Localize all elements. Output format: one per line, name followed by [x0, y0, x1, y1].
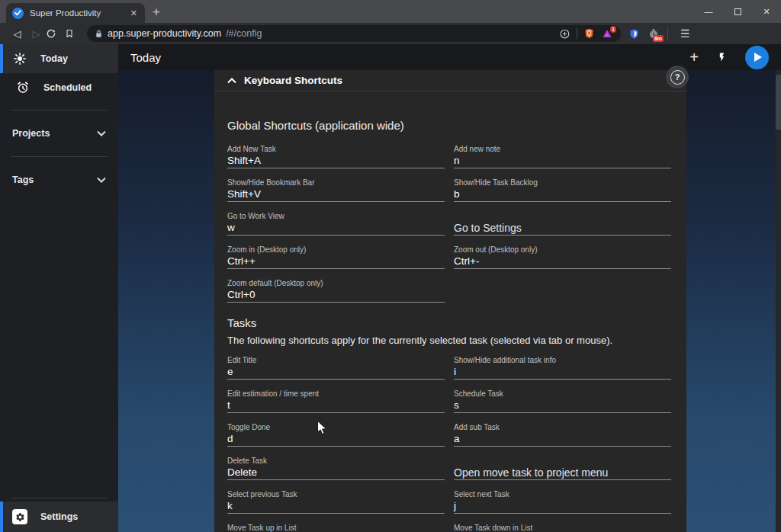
- browser-toolbar: ◁ ▷ app.super-productivity.com/#/config …: [0, 23, 781, 44]
- shield-extension-icon[interactable]: [628, 27, 640, 40]
- shortcut-field[interactable]: Add sub Taska: [454, 420, 671, 453]
- add-task-button[interactable]: +: [689, 50, 699, 65]
- shortcut-field[interactable]: Zoom in (Desktop only)Ctrl++: [227, 242, 445, 276]
- extensions-area: 8m ☰: [628, 27, 698, 40]
- shortcut-value-input[interactable]: i: [454, 365, 671, 380]
- window-maximize-button[interactable]: [723, 8, 752, 15]
- lock-icon: [95, 29, 103, 39]
- shortcut-value-input[interactable]: n: [454, 154, 671, 168]
- chevron-down-icon: [97, 177, 106, 183]
- browser-tab[interactable]: Super Productivity ✕: [6, 3, 145, 23]
- menu-icon[interactable]: ☰: [676, 27, 695, 40]
- rewards-badge: 1: [610, 26, 616, 33]
- shortcut-field[interactable]: Show/Hide Task Backlogb: [454, 175, 671, 209]
- shortcut-field[interactable]: Add new noten: [454, 142, 671, 175]
- sidebar-item-settings[interactable]: Settings: [0, 502, 118, 532]
- help-button[interactable]: ?: [666, 66, 689, 88]
- shortcut-value-input[interactable]: a: [454, 432, 671, 447]
- shortcut-label: Schedule Task: [454, 386, 671, 399]
- shortcut-field[interactable]: Schedule Tasks: [454, 386, 671, 420]
- help-icon: ?: [670, 70, 685, 85]
- share-target-icon[interactable]: [559, 28, 570, 40]
- reload-button[interactable]: [46, 28, 65, 39]
- shortcut-label: Add sub Task: [454, 420, 671, 432]
- play-icon: [754, 53, 762, 62]
- shortcut-value-input[interactable]: Delete: [227, 466, 445, 480]
- scrollbar[interactable]: [776, 70, 781, 532]
- brave-shields-icon[interactable]: [583, 27, 595, 40]
- focus-mode-bolt-icon[interactable]: [717, 50, 727, 64]
- shortcut-label: Zoom in (Desktop only): [227, 242, 445, 255]
- tab-close-icon[interactable]: ✕: [129, 8, 139, 18]
- shortcut-value-input[interactable]: e: [227, 365, 445, 380]
- shortcut-field[interactable]: Show/Hide additional task infoi: [454, 353, 671, 386]
- mouse-cursor: [317, 420, 329, 437]
- sidebar-group-projects[interactable]: Projects: [0, 118, 118, 149]
- shortcut-value-input[interactable]: Shift+V: [227, 187, 445, 202]
- shortcut-field[interactable]: Move Task down in ListCtrl+Shift+ArrowDo…: [454, 521, 671, 532]
- shortcut-value-input[interactable]: Open move task to project menu: [454, 466, 671, 480]
- shortcut-value-input[interactable]: d: [227, 432, 445, 447]
- shortcut-value-input[interactable]: Go to Settings: [454, 221, 671, 236]
- shortcut-value-input[interactable]: Ctrl+0: [227, 288, 445, 303]
- section-title: Keyboard Shortcuts: [244, 75, 342, 86]
- page-title: Today: [130, 51, 161, 64]
- bookmark-icon[interactable]: [65, 28, 84, 39]
- shortcut-field[interactable]: Delete TaskDelete: [227, 453, 445, 487]
- tab-strip: Super Productivity ✕ + — ✕: [0, 0, 781, 23]
- shortcut-field[interactable]: Zoom default (Desktop only)Ctrl+0: [227, 276, 445, 309]
- shortcut-field[interactable]: Open move task to project menu: [454, 453, 671, 487]
- shortcut-value-input[interactable]: Shift+A: [227, 154, 445, 168]
- sidebar-group-label: Tags: [12, 175, 34, 185]
- chevron-down-icon: [97, 130, 106, 136]
- shortcut-field[interactable]: Toggle Doned: [227, 420, 445, 453]
- new-tab-button[interactable]: +: [153, 4, 160, 21]
- play-button[interactable]: [745, 46, 769, 69]
- empty-grid-cell: [454, 276, 671, 309]
- shortcut-value-input[interactable]: w: [227, 221, 445, 236]
- shortcut-field[interactable]: Go to Work Vieww: [227, 209, 445, 242]
- shortcut-label: Move Task up in List: [227, 521, 445, 532]
- shortcut-value-input[interactable]: s: [454, 399, 671, 413]
- shortcut-field[interactable]: Select next Taskj: [454, 487, 671, 521]
- shortcut-value-input[interactable]: k: [227, 499, 445, 514]
- sidebar-item-label: Settings: [40, 511, 78, 522]
- shortcut-value-input[interactable]: Ctrl++: [227, 255, 445, 269]
- shortcut-field[interactable]: Select previous Taskk: [227, 487, 445, 521]
- shortcut-value-input[interactable]: j: [454, 499, 671, 514]
- shortcut-label: Move Task down in List: [454, 521, 671, 532]
- shortcut-value-input[interactable]: Ctrl+-: [454, 255, 671, 269]
- shortcut-label: Delete Task: [227, 453, 445, 466]
- shortcut-field[interactable]: Zoom out (Desktop only)Ctrl+-: [454, 242, 671, 276]
- section-header[interactable]: Keyboard Shortcuts: [214, 70, 686, 91]
- maximize-icon: [734, 8, 741, 15]
- alarm-clock-icon: [15, 81, 31, 95]
- shortcut-label: Zoom out (Desktop only): [454, 242, 671, 255]
- forward-button: ▷: [27, 28, 46, 40]
- shortcut-field[interactable]: Show/Hide Bookmark BarShift+V: [227, 175, 445, 209]
- shortcut-value-input[interactable]: b: [454, 187, 671, 202]
- tab-title: Super Productivity: [30, 8, 123, 18]
- shortcut-label: Show/Hide additional task info: [454, 353, 671, 365]
- back-button[interactable]: ◁: [8, 28, 27, 40]
- shortcut-label: Edit Title: [227, 353, 445, 365]
- brave-rewards-button[interactable]: 1: [601, 28, 613, 40]
- shortcut-field[interactable]: Edit estimation / time spentt: [227, 386, 445, 420]
- sidebar-item-today[interactable]: Today: [0, 44, 118, 73]
- shortcut-field[interactable]: Add New TaskShift+A: [227, 142, 445, 175]
- window-minimize-button[interactable]: —: [694, 7, 723, 16]
- window-close-button[interactable]: ✕: [752, 7, 781, 17]
- timer-extension-button[interactable]: 8m: [648, 28, 660, 40]
- shortcut-field[interactable]: Edit Titlee: [227, 353, 445, 386]
- sun-icon: [12, 52, 27, 66]
- global-shortcuts-grid: Add New TaskShift+AAdd new notenShow/Hid…: [227, 142, 673, 309]
- sidebar-group-tags[interactable]: Tags: [0, 165, 118, 195]
- address-bar[interactable]: app.super-productivity.com/#/config 1: [87, 25, 621, 42]
- shortcut-value-input[interactable]: t: [227, 399, 445, 413]
- shortcut-field[interactable]: Go to Settings: [454, 209, 671, 242]
- keyboard-shortcuts-panel: Keyboard Shortcuts ? Global Shortcuts (a…: [214, 70, 686, 532]
- shortcut-label: Add New Task: [227, 142, 445, 154]
- shortcut-field[interactable]: Move Task up in ListCtrl+Shift+ArrowUp: [227, 521, 445, 532]
- scrollbar-thumb[interactable]: [776, 75, 781, 130]
- sidebar-item-scheduled[interactable]: Scheduled: [0, 73, 118, 102]
